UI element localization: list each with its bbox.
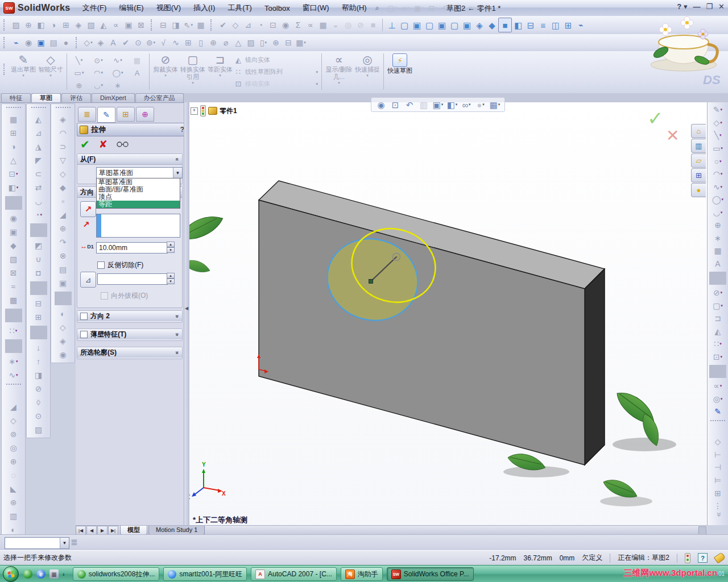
view-top-icon[interactable]: ▢▾ bbox=[448, 18, 461, 32]
feature-tool-icon[interactable]: ▥▾ bbox=[7, 509, 20, 523]
quick-launch-ie-icon[interactable]: e bbox=[36, 569, 46, 579]
view-bottom-icon[interactable]: ▣▾ bbox=[461, 18, 473, 32]
appearance-icon[interactable]: ▧▾ bbox=[85, 18, 97, 32]
isolate-cube-icon[interactable]: ▣▾ bbox=[35, 36, 47, 49]
section-properties-icon[interactable]: ◔▾ bbox=[254, 18, 267, 32]
previous-view-icon[interactable]: ↶▾ bbox=[403, 98, 416, 111]
view-orientation-icon[interactable]: ▣▾ bbox=[432, 98, 444, 111]
normal-to-icon[interactable]: ⊥▾ bbox=[386, 18, 398, 32]
feature-tool-icon[interactable]: ∷▾ bbox=[7, 324, 20, 338]
save-icon[interactable]: ▣▾ bbox=[412, 4, 426, 13]
dimxpert-manager-tab[interactable]: ⊕ bbox=[136, 107, 154, 122]
datum-target-icon[interactable]: ⊕▾ bbox=[207, 36, 220, 49]
apply-scene-icon[interactable]: ▦▾ bbox=[489, 98, 501, 111]
search-icon[interactable]: ⌕ bbox=[375, 3, 379, 13]
sketch-tool-icon[interactable]: ▾ bbox=[710, 420, 725, 434]
baseline-dimension-icon[interactable]: ⊨▾ bbox=[712, 474, 724, 487]
surface-tool-icon[interactable]: ◮▾ bbox=[32, 140, 45, 153]
surface-tool-icon[interactable]: ▨▾ bbox=[32, 423, 45, 436]
trim-entities-icon[interactable]: ⊘▾ bbox=[712, 286, 724, 300]
toolbar-grip[interactable] bbox=[3, 37, 7, 48]
menu-item[interactable]: 帮助(H) bbox=[336, 1, 373, 15]
text-icon[interactable]: A▾ bbox=[712, 257, 724, 271]
surface-tool-icon[interactable]: ⊿▾ bbox=[32, 126, 45, 140]
confirmation-corner-cancel-icon[interactable]: ✕ bbox=[666, 126, 679, 145]
menu-item[interactable]: 窗口(W) bbox=[296, 1, 336, 15]
start-button[interactable] bbox=[3, 566, 19, 582]
display-style-icon[interactable]: ◧▾ bbox=[446, 98, 458, 111]
taskbar-autocad[interactable]: A AutoCAD 2007 - [C... bbox=[251, 567, 337, 581]
fillet-icon[interactable]: ◡▾ bbox=[712, 206, 724, 219]
arc-icon[interactable]: ◠▾ bbox=[89, 66, 108, 80]
line-icon[interactable]: ╲▾ bbox=[69, 53, 89, 67]
equations-sigma-icon[interactable]: Σ▾ bbox=[292, 18, 304, 32]
mirror-entities-icon[interactable]: ◭▾ bbox=[712, 325, 724, 338]
graphics-viewport[interactable]: Y X Z + 零件1 ◉▾⊡▾↶▾▥▾ bbox=[189, 102, 707, 525]
gears-icon[interactable]: ◉▾ bbox=[22, 36, 35, 49]
minimize-button[interactable]: — bbox=[693, 2, 700, 11]
last-tab-button[interactable]: ▶| bbox=[108, 526, 118, 535]
deviation-icon[interactable]: ▦▾ bbox=[317, 18, 329, 32]
sheetmetal-tool-icon[interactable]: ⊗▾ bbox=[57, 249, 69, 263]
combo-dropdown-button[interactable]: ▼ bbox=[60, 538, 69, 548]
sheetmetal-tool-icon[interactable]: ◢▾ bbox=[57, 208, 69, 222]
menu-item[interactable]: 文件(F) bbox=[76, 1, 113, 15]
sheetmetal-tool-icon[interactable]: ◐▾ bbox=[57, 307, 69, 321]
zoom-to-fit-icon[interactable]: ◉▾ bbox=[375, 98, 387, 111]
display-delete-relations-icon[interactable]: ∝▾ bbox=[712, 380, 724, 393]
direction2-checkbox[interactable] bbox=[80, 313, 88, 320]
layer-properties-icon[interactable]: ◨▾ bbox=[169, 18, 182, 32]
sheetmetal-tool-icon[interactable]: ◇▾ bbox=[57, 321, 69, 334]
property-manager-tab[interactable]: ✎ bbox=[97, 107, 115, 123]
weld-symbol-icon[interactable]: ∿▾ bbox=[169, 36, 182, 49]
feature-tool-icon[interactable]: ∿▾ bbox=[7, 368, 20, 382]
mirror-entities-button[interactable]: ◭ 镜向实体 bbox=[234, 54, 319, 66]
balloon-icon[interactable]: ⊙▾ bbox=[132, 36, 144, 49]
combo-dropdown-button[interactable]: ▼ bbox=[173, 168, 182, 178]
confirmation-corner-ok-icon[interactable]: ✓ bbox=[647, 107, 664, 130]
cancel-button[interactable]: ✘ bbox=[99, 138, 107, 151]
sheetmetal-tool-icon[interactable]: ◇▾ bbox=[57, 167, 69, 181]
pages-icon[interactable]: ≣ bbox=[71, 537, 78, 547]
centerline-icon[interactable]: ⊟▾ bbox=[282, 36, 295, 49]
taskbar-aliwangwang[interactable]: smartlz001-阿里旺旺 bbox=[163, 567, 247, 581]
surface-tool-icon[interactable]: ⊞▾ bbox=[32, 310, 45, 324]
geometric-tolerance-icon[interactable]: ⊞▾ bbox=[182, 36, 195, 49]
flip-side-checkbox-row[interactable]: 反侧切除(F) bbox=[97, 260, 143, 270]
center-mark-icon[interactable]: ⊕▾ bbox=[270, 36, 282, 49]
view-right-icon[interactable]: ▣▾ bbox=[436, 18, 448, 32]
3d-drawing-view-icon[interactable]: ▨▾ bbox=[10, 18, 22, 32]
feature-tool-icon[interactable]: ◉▾ bbox=[7, 211, 20, 225]
feature-tool-icon[interactable]: ⊚▾ bbox=[7, 427, 20, 441]
motion-study-tab[interactable]: Motion Study 1 bbox=[148, 526, 205, 535]
feature-tool-icon[interactable]: ⊞▾ bbox=[7, 126, 20, 140]
quick-snaps-icon[interactable]: ◎▾ bbox=[712, 392, 724, 405]
arc-icon[interactable]: ◠▾ bbox=[712, 168, 724, 181]
new-document-icon[interactable]: ▢▾ bbox=[385, 4, 399, 13]
draft-spinner[interactable]: ▲▼ bbox=[167, 273, 175, 284]
file-explorer-tab[interactable]: ⊞ bbox=[691, 168, 706, 182]
find-icon[interactable]: ⊠▾ bbox=[135, 18, 147, 32]
tags-icon[interactable] bbox=[714, 552, 726, 563]
surface-tool-icon[interactable]: ⊟▾ bbox=[32, 297, 45, 310]
command-tab[interactable]: 特征 bbox=[1, 93, 31, 102]
surface-tool-icon[interactable]: ⇄▾ bbox=[32, 181, 45, 194]
toolbar-grip[interactable] bbox=[56, 107, 71, 111]
feature-tool-icon[interactable]: ▩▾ bbox=[7, 293, 20, 307]
surface-tool-icon[interactable]: ▾ bbox=[30, 281, 47, 295]
menu-item[interactable]: 视图(V) bbox=[150, 1, 187, 15]
ok-button[interactable]: ✔ bbox=[80, 138, 90, 151]
toolbar-grip[interactable] bbox=[151, 19, 155, 31]
design-library-tab[interactable]: ▱ bbox=[691, 153, 706, 168]
rectangle-icon[interactable]: ▭▾ bbox=[712, 142, 724, 155]
section-icon[interactable]: ◧▾ bbox=[35, 18, 47, 32]
flag-note-icon[interactable]: ◈▾ bbox=[94, 36, 107, 49]
circle-icon[interactable]: ○▾ bbox=[712, 155, 724, 168]
feature-tool-icon[interactable]: ▾ bbox=[6, 384, 21, 398]
equations-icon[interactable]: ∝▾ bbox=[110, 18, 122, 32]
sensors-icon[interactable]: ∝▾ bbox=[304, 18, 317, 32]
sketch-tool-icon[interactable]: ▾ bbox=[709, 365, 726, 378]
configuration-manager-tab[interactable]: ⊞ bbox=[117, 107, 135, 122]
part-tree-root[interactable]: 零件1 bbox=[220, 106, 237, 116]
rapid-sketch-button[interactable]: ⚡ 快速草图 bbox=[386, 51, 413, 74]
